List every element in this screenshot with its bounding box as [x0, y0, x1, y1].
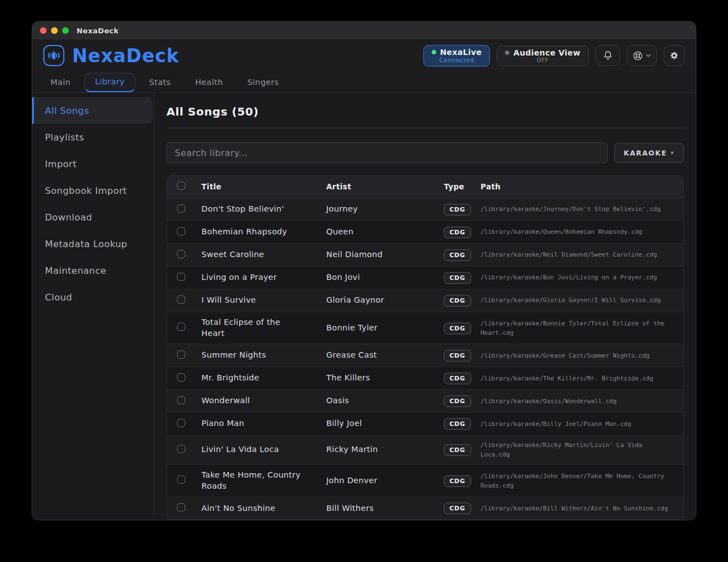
type-badge: CDG: [444, 373, 471, 384]
song-path: /library/karaoke/Queen/Bohemian Rhapsody…: [471, 222, 683, 242]
tab-singers[interactable]: Singers: [237, 73, 290, 92]
table-row[interactable]: Living on a PrayerBon JoviCDG/library/ka…: [167, 266, 683, 289]
song-title: Don't Stop Believin': [191, 199, 316, 220]
row-checkbox[interactable]: [177, 295, 185, 304]
sidebar-item-metadata-lookup[interactable]: Metadata Lookup: [32, 230, 154, 257]
song-title: Living on a Prayer: [191, 267, 316, 288]
table-row[interactable]: I Will SurviveGloria GaynorCDG/library/k…: [167, 289, 683, 312]
songs-table: TitleArtistTypePathDon't Stop Believin'J…: [166, 175, 684, 520]
table-row[interactable]: Take Me Home, Country RoadsJohn DenverCD…: [167, 464, 683, 496]
row-checkbox[interactable]: [177, 503, 185, 511]
song-artist: Gloria Gaynor: [316, 290, 434, 311]
tab-library[interactable]: Library: [84, 73, 135, 92]
song-path: /library/karaoke/Gloria Gaynor/I Will Su…: [471, 290, 683, 310]
song-artist: Bonnie Tyler: [316, 318, 434, 339]
row-checkbox[interactable]: [177, 373, 185, 382]
traffic-lights: [40, 27, 69, 34]
settings-button[interactable]: [664, 45, 685, 66]
song-artist: Oasis: [316, 390, 434, 412]
sidebar-item-playlists[interactable]: Playlists: [32, 124, 154, 150]
select-all-checkbox[interactable]: [177, 182, 185, 190]
song-title: Sweet Caroline: [191, 244, 316, 265]
row-checkbox[interactable]: [177, 350, 185, 359]
search-input[interactable]: [166, 142, 608, 163]
chevron-down-icon: [646, 54, 651, 57]
row-checkbox[interactable]: [177, 273, 185, 281]
row-checkbox[interactable]: [177, 227, 185, 235]
song-path: /library/karaoke/The Killers/Mr. Brights…: [471, 369, 683, 388]
audience-view-status: OFF: [505, 57, 580, 63]
song-artist: John Denver: [316, 470, 434, 491]
song-title: Piano Man: [191, 413, 316, 434]
table-row[interactable]: Sweet CarolineNeil DiamondCDG/library/ka…: [167, 243, 683, 266]
row-checkbox[interactable]: [177, 250, 185, 258]
type-badge: CDG: [444, 272, 471, 284]
song-title: Wonderwall: [191, 390, 316, 412]
table-row[interactable]: Total Eclipse of the HeartBonnie TylerCD…: [167, 312, 683, 344]
tab-main[interactable]: Main: [40, 73, 81, 92]
sidebar-item-maintenance[interactable]: Maintenance: [32, 257, 154, 284]
sidebar-item-import[interactable]: Import: [32, 150, 154, 177]
table-row[interactable]: RespectAretha FranklinCDG/library/karaok…: [167, 519, 683, 520]
account-menu-button[interactable]: [626, 45, 657, 66]
song-title: Ain't No Sunshine: [191, 498, 316, 519]
table-row[interactable]: Bohemian RhapsodyQueenCDG/library/karaok…: [167, 220, 683, 243]
row-checkbox[interactable]: [177, 419, 185, 427]
song-title: Take Me Home, Country Roads: [191, 465, 316, 496]
song-artist: Bon Jovi: [316, 267, 434, 288]
song-path: /library/karaoke/Bon Jovi/Living on a Pr…: [471, 268, 683, 287]
song-artist: Billy Joel: [316, 413, 434, 434]
song-title: Mr. Brightside: [191, 368, 316, 389]
song-path: /library/karaoke/Oasis/Wonderwall.cdg: [471, 392, 683, 411]
app-header: NexaDeck NexaLive Connected Audience Vie…: [32, 39, 696, 72]
song-path: /library/karaoke/Bill Withers/Ain't No S…: [471, 499, 683, 518]
row-checkbox[interactable]: [177, 475, 185, 484]
song-artist: Neil Diamond: [316, 244, 434, 265]
table-header-row: TitleArtistTypePath: [167, 175, 683, 198]
table-row[interactable]: Don't Stop Believin'JourneyCDG/library/k…: [167, 198, 683, 220]
table-row[interactable]: WonderwallOasisCDG/library/karaoke/Oasis…: [167, 389, 683, 412]
nexalive-status-button[interactable]: NexaLive Connected: [423, 45, 490, 67]
audience-view-label: Audience View: [513, 48, 580, 57]
table-row[interactable]: Mr. BrightsideThe KillersCDG/library/kar…: [167, 367, 683, 389]
type-badge: CDG: [444, 323, 471, 334]
sidebar: All SongsPlaylistsImportSongbook ImportD…: [32, 93, 154, 520]
type-badge: CDG: [444, 418, 471, 430]
audience-view-button[interactable]: Audience View OFF: [497, 46, 589, 66]
app-window: NexaDeck NexaDeck NexaLi: [32, 21, 696, 520]
minimize-window-button[interactable]: [51, 27, 58, 34]
table-row[interactable]: Livin' La Vida LocaRicky MartinCDG/libra…: [167, 435, 683, 464]
sidebar-item-songbook-import[interactable]: Songbook Import: [32, 177, 154, 204]
table-row[interactable]: Ain't No SunshineBill WithersCDG/library…: [167, 496, 683, 519]
type-filter-button[interactable]: KARAOKE ▾: [614, 143, 684, 163]
type-badge: CDG: [444, 475, 471, 487]
close-window-button[interactable]: [40, 27, 47, 34]
column-header-path: Path: [471, 177, 683, 196]
off-status-dot: [505, 51, 509, 55]
type-badge: CDG: [444, 444, 471, 456]
row-checkbox[interactable]: [177, 445, 185, 453]
song-path: /library/karaoke/Ricky Martin/Livin' La …: [471, 435, 683, 464]
type-badge: CDG: [444, 350, 471, 362]
row-checkbox[interactable]: [177, 204, 185, 213]
notifications-button[interactable]: [595, 45, 620, 66]
row-checkbox[interactable]: [177, 396, 185, 404]
row-checkbox[interactable]: [177, 323, 185, 331]
zoom-window-button[interactable]: [62, 27, 69, 34]
tab-stats[interactable]: Stats: [139, 73, 181, 92]
type-filter-label: KARAOKE: [624, 149, 667, 157]
song-artist: The Killers: [316, 368, 434, 389]
sidebar-item-all-songs[interactable]: All Songs: [32, 97, 153, 124]
table-row[interactable]: Summer NightsGrease CastCDG/library/kara…: [167, 344, 683, 367]
type-badge: CDG: [444, 395, 471, 407]
app-name: NexaDeck: [72, 45, 179, 67]
tab-health[interactable]: Health: [185, 73, 234, 92]
waveform-logo-icon: [43, 45, 64, 66]
sidebar-item-cloud[interactable]: Cloud: [32, 284, 154, 310]
table-row[interactable]: Piano ManBilly JoelCDG/library/karaoke/B…: [167, 412, 683, 435]
type-badge: CDG: [444, 249, 471, 261]
song-artist: Bill Withers: [316, 498, 434, 519]
sidebar-item-download[interactable]: Download: [32, 204, 154, 230]
song-path: /library/karaoke/Grease Cast/Summer Nigh…: [471, 346, 683, 365]
song-title: I Will Survive: [191, 290, 316, 311]
